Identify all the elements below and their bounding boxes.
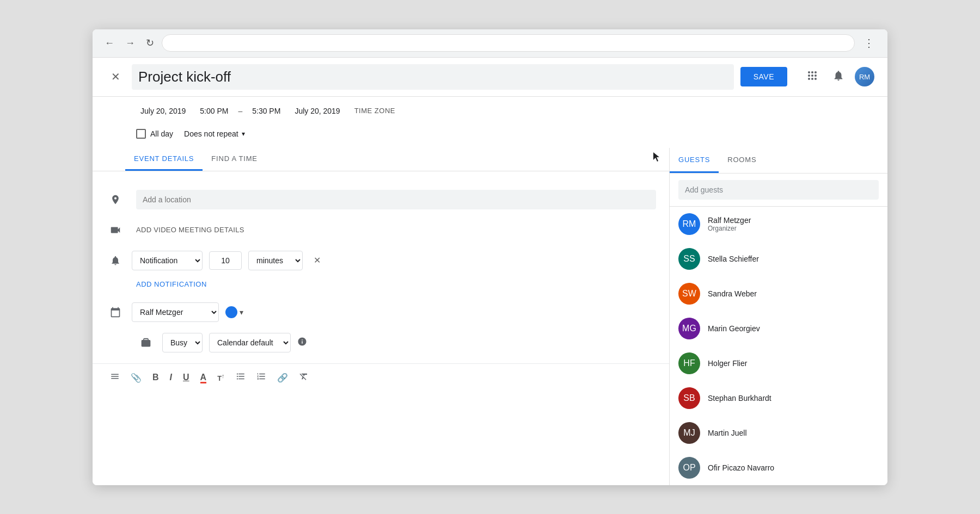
content-area: ADD VIDEO MEETING DETAILS Notification <box>93 174 887 485</box>
allday-checkbox[interactable] <box>136 129 146 139</box>
guest-name: Stephan Burkhardt <box>708 394 879 402</box>
reload-button[interactable]: ↻ <box>143 35 157 51</box>
add-guests-input[interactable] <box>678 180 879 200</box>
tab-rooms[interactable]: ROOMS <box>719 148 765 173</box>
header-icons: RM <box>803 67 874 86</box>
description-icon-button[interactable] <box>106 368 124 387</box>
clear-formatting-button[interactable] <box>295 368 313 387</box>
guest-info: Marin Georgiev <box>708 324 879 333</box>
attach-icon-button[interactable]: 📎 <box>126 369 146 386</box>
busy-status-select[interactable]: Busy <box>162 333 203 352</box>
app-container: ✕ SAVE <box>93 58 887 485</box>
guest-item: SWSandra Weber <box>670 276 887 311</box>
guest-avatar: SW <box>678 283 700 305</box>
apps-icon-button[interactable] <box>803 67 822 86</box>
guest-info: Sandra Weber <box>708 289 879 298</box>
calendar-owner-select[interactable]: Ralf Metzger <box>132 302 219 322</box>
guest-name: Ofir Picazo Navarro <box>708 463 879 472</box>
start-time-button[interactable]: 5:00 PM <box>195 104 232 117</box>
app-header: ✕ SAVE <box>93 58 887 97</box>
guest-info: Stella Schieffer <box>708 255 879 263</box>
repeat-chevron-icon: ▾ <box>242 130 245 138</box>
tab-find-a-time[interactable]: FIND A TIME <box>203 148 266 171</box>
guests-panel: RMRalf MetzgerOrganizerSSStella Schieffe… <box>670 174 887 485</box>
options-row: All day Does not repeat ▾ <box>93 125 887 148</box>
italic-button[interactable]: I <box>166 369 176 386</box>
notification-type-select[interactable]: Notification <box>132 251 203 270</box>
text-color-button[interactable]: A <box>196 369 211 386</box>
text-size-button[interactable]: T↑ <box>213 369 229 386</box>
forward-button[interactable]: → <box>122 35 138 51</box>
start-date-button[interactable]: July 20, 2019 <box>136 104 190 117</box>
guest-avatar: OP <box>678 457 700 479</box>
location-input[interactable] <box>136 190 656 209</box>
guest-name: Martin Juell <box>708 429 879 437</box>
guest-item: OPOfir Picazo Navarro <box>670 450 887 485</box>
end-date-button[interactable]: July 20, 2019 <box>290 104 344 117</box>
color-picker-wrapper[interactable]: ▾ <box>225 306 244 318</box>
timezone-button[interactable]: TIME ZONE <box>350 104 400 117</box>
guest-name: Holger Flier <box>708 359 879 368</box>
guest-info: Stephan Burkhardt <box>708 394 879 402</box>
notification-unit-select[interactable]: minutes <box>248 251 303 270</box>
svg-point-1 <box>811 71 813 73</box>
event-title-input[interactable] <box>132 64 734 90</box>
guest-role: Organizer <box>708 225 879 232</box>
calendar-row: Ralf Metzger ▾ <box>93 297 669 327</box>
browser-menu-button[interactable]: ⋮ <box>859 34 879 52</box>
url-bar[interactable] <box>162 34 855 52</box>
notification-value-input[interactable] <box>209 251 242 270</box>
svg-point-2 <box>814 71 817 73</box>
tab-guests[interactable]: GUESTS <box>670 148 719 173</box>
repeat-dropdown[interactable]: Does not repeat ▾ <box>180 127 249 140</box>
guest-name: Sandra Weber <box>708 289 879 298</box>
notification-remove-button[interactable]: ✕ <box>309 253 324 268</box>
end-time-button[interactable]: 5:30 PM <box>248 104 285 117</box>
save-button[interactable]: SAVE <box>740 67 787 86</box>
close-icon: ✕ <box>111 70 120 83</box>
calendar-color-circle[interactable] <box>225 306 237 318</box>
guests-list: RMRalf MetzgerOrganizerSSStella Schieffe… <box>670 207 887 485</box>
color-dropdown-button[interactable]: ▾ <box>238 308 244 317</box>
numbered-list-button[interactable] <box>252 368 271 387</box>
bullet-list-button[interactable] <box>231 368 250 387</box>
add-notification-button[interactable]: ADD NOTIFICATION <box>93 276 220 293</box>
guest-item: RMRalf MetzgerOrganizer <box>670 207 887 241</box>
svg-point-7 <box>811 78 813 80</box>
guest-tabs: GUESTS ROOMS <box>670 148 887 174</box>
bold-button[interactable]: B <box>148 369 163 386</box>
guest-item: MJMartin Juell <box>670 416 887 450</box>
close-button[interactable]: ✕ <box>106 67 125 86</box>
location-icon <box>106 190 125 209</box>
guest-item: HFHolger Flier <box>670 346 887 381</box>
video-meeting-row: ADD VIDEO MEETING DETAILS <box>93 215 669 245</box>
svg-point-6 <box>808 78 810 80</box>
repeat-label: Does not repeat <box>184 129 238 138</box>
allday-label: All day <box>150 129 173 138</box>
guest-avatar: RM <box>678 213 700 235</box>
guest-name: Ralf Metzger <box>708 216 879 225</box>
briefcase-icon <box>136 333 156 352</box>
guest-info: Ralf MetzgerOrganizer <box>708 216 879 232</box>
visibility-select[interactable]: Calendar default <box>209 333 291 352</box>
back-button[interactable]: ← <box>101 35 118 51</box>
underline-button[interactable]: U <box>179 369 194 386</box>
svg-point-3 <box>808 75 810 77</box>
notifications-icon-button[interactable] <box>829 67 848 86</box>
location-row <box>93 184 669 215</box>
user-avatar[interactable]: RM <box>855 67 874 86</box>
allday-checkbox-wrapper[interactable]: All day <box>136 129 173 139</box>
tab-event-details[interactable]: EVENT DETAILS <box>125 148 203 171</box>
info-icon-button[interactable] <box>297 337 307 349</box>
add-notification-row: ADD NOTIFICATION <box>93 276 669 293</box>
busy-row: Busy Calendar default <box>93 327 669 358</box>
add-video-meeting-button[interactable]: ADD VIDEO MEETING DETAILS <box>136 226 244 234</box>
browser-window: ← → ↻ ⋮ ✕ SAVE <box>93 29 887 485</box>
guest-avatar: MJ <box>678 422 700 444</box>
guests-search-area <box>670 174 887 207</box>
link-button[interactable]: 🔗 <box>273 369 292 386</box>
event-tabs: EVENT DETAILS FIND A TIME <box>93 148 669 171</box>
browser-toolbar: ← → ↻ ⋮ <box>93 29 887 58</box>
guest-info: Ofir Picazo Navarro <box>708 463 879 472</box>
guest-name: Stella Schieffer <box>708 255 879 263</box>
